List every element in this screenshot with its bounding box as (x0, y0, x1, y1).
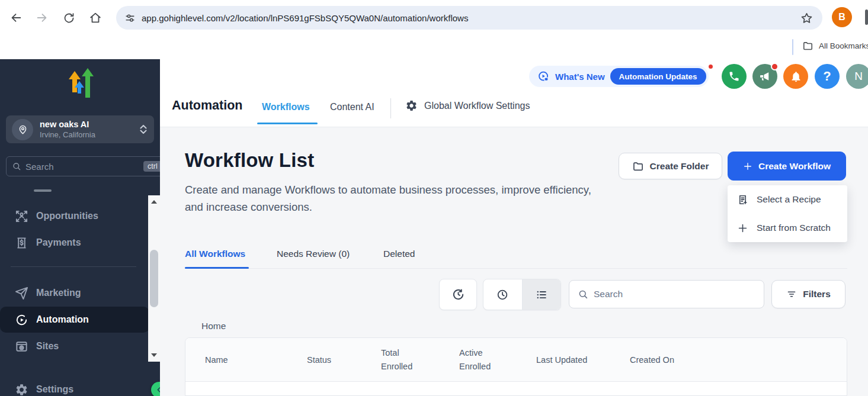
column-header-active-enrolled[interactable]: Active Enrolled (459, 346, 503, 374)
column-header-status[interactable]: Status (307, 353, 331, 367)
automation-icon (15, 313, 28, 327)
column-header-created-on[interactable]: Created On (630, 353, 674, 367)
active-tab-underline (257, 123, 318, 124)
all-bookmarks-label: All Bookmarks (819, 41, 868, 50)
account-name: new oaks AI (40, 119, 140, 130)
browser-forward-icon[interactable] (34, 10, 50, 25)
sidebar-scrollbar[interactable] (148, 195, 160, 362)
sidebar-item-sites[interactable]: Sites (0, 334, 149, 359)
sidebar-item-label: Automation (36, 314, 89, 325)
sidebar-item-opportunities[interactable]: Opportunities (0, 204, 149, 228)
clock-icon (496, 288, 509, 301)
scrollbar-thumb[interactable] (150, 250, 158, 307)
search-shortcut-badge: ctrl K (143, 161, 160, 172)
sidebar-item-label: Settings (36, 384, 73, 395)
workflow-search-field[interactable] (569, 280, 764, 308)
sidebar-item-marketing[interactable]: Marketing (0, 281, 149, 305)
browser-toolbar: app.gohighlevel.com/v2/location/lnPS691g… (0, 0, 868, 36)
automation-updates-badge[interactable]: Automation Updates (610, 68, 706, 85)
create-folder-button[interactable]: Create Folder (619, 153, 722, 179)
tab-needs-review[interactable]: Needs Review (0) (277, 249, 350, 259)
sidebar-item-settings[interactable]: Settings (0, 377, 149, 396)
bookmarks-bar: All Bookmarks (0, 36, 868, 59)
all-bookmarks-button[interactable]: All Bookmarks (802, 40, 868, 51)
user-avatar[interactable]: N (846, 64, 868, 89)
global-workflow-settings-label: Global Workflow Settings (424, 101, 530, 111)
workflow-search-input[interactable] (594, 289, 757, 300)
phone-button[interactable] (722, 64, 747, 89)
url-text: app.gohighlevel.com/v2/location/lnPS691g… (142, 13, 800, 23)
notification-dot (707, 63, 714, 70)
menu-item-label: Start from Scratch (757, 223, 831, 233)
chevron-up-down-icon (140, 125, 147, 134)
browser-back-icon[interactable] (8, 10, 24, 25)
search-icon (12, 162, 21, 171)
filter-lines-icon (786, 289, 797, 300)
column-header-total-enrolled[interactable]: Total Enrolled (381, 346, 425, 374)
sidebar-search-field[interactable]: ctrl K (6, 156, 160, 176)
megaphone-icon (759, 70, 771, 82)
tab-workflows[interactable]: Workflows (262, 102, 310, 112)
sidebar-item-automation[interactable]: Automation (0, 307, 149, 333)
bell-icon (790, 70, 802, 83)
create-workflow-label: Create Workflow (758, 161, 831, 172)
browser-reload-icon[interactable] (61, 10, 76, 25)
sidebar: new oaks AI Irvine, California ctrl K Op… (0, 59, 160, 396)
scrollbar-up-arrow[interactable] (151, 200, 157, 204)
browser-profile-avatar[interactable]: B (832, 7, 852, 27)
create-workflow-button[interactable]: Create Workflow (728, 152, 846, 181)
gohighlevel-logo-icon (62, 67, 96, 105)
location-switcher[interactable]: new oaks AI Irvine, California (6, 115, 154, 143)
plus-icon (737, 223, 748, 234)
menu-item-label: Select a Recipe (757, 194, 821, 205)
question-mark-icon: ? (823, 69, 831, 84)
execution-logs-button[interactable] (439, 279, 477, 310)
filters-button[interactable]: Filters (771, 280, 845, 308)
create-workflow-menu: Select a Recipe Start from Scratch (728, 185, 847, 242)
global-workflow-settings-link[interactable]: Global Workflow Settings (405, 99, 530, 112)
sidebar-search-row: ctrl K (6, 156, 155, 176)
sidebar-item-partial (34, 189, 52, 192)
scrollbar-down-arrow[interactable] (151, 353, 157, 357)
bookmark-star-icon[interactable] (800, 12, 813, 24)
notification-dot (771, 63, 779, 70)
notifications-button[interactable] (783, 64, 808, 89)
browser-menu-icon[interactable] (865, 9, 868, 25)
sidebar-item-label: Opportunities (36, 211, 98, 221)
list-view-button[interactable] (522, 279, 561, 310)
active-tab-underline (185, 267, 249, 269)
browser-home-icon[interactable] (88, 10, 103, 25)
view-toggle (483, 279, 561, 310)
recipe-icon (737, 194, 748, 205)
payments-icon (15, 236, 28, 250)
settings-gear-icon (15, 383, 28, 396)
bookmarks-divider (792, 39, 793, 55)
table-header-row: Name Status Total Enrolled Active Enroll… (185, 338, 847, 382)
breadcrumb[interactable]: Home (201, 321, 226, 331)
chevron-left-icon (155, 385, 160, 394)
sidebar-collapse-button[interactable] (151, 382, 160, 396)
menu-item-start-from-scratch[interactable]: Start from Scratch (728, 214, 847, 242)
sidebar-search-input[interactable] (25, 162, 143, 172)
tab-all-workflows[interactable]: All Workflows (185, 249, 245, 259)
menu-item-select-a-recipe[interactable]: Select a Recipe (728, 185, 847, 214)
site-settings-icon[interactable] (124, 12, 136, 24)
phone-icon (728, 70, 740, 82)
help-button[interactable]: ? (815, 64, 840, 89)
sidebar-item-label: Payments (36, 237, 81, 248)
whats-new-label: What's New (555, 72, 605, 82)
tab-content-ai[interactable]: Content AI (330, 102, 374, 112)
history-view-button[interactable] (483, 279, 522, 310)
workflow-list-title: Workflow List (185, 149, 314, 172)
whats-new-pill[interactable]: What's New Automation Updates (529, 66, 709, 87)
address-bar[interactable]: app.gohighlevel.com/v2/location/lnPS691g… (116, 6, 822, 30)
avatar-initial: N (854, 70, 863, 83)
tab-deleted[interactable]: Deleted (383, 249, 415, 259)
sidebar-item-payments[interactable]: Payments (0, 230, 149, 255)
column-header-name[interactable]: Name (205, 353, 228, 367)
filters-label: Filters (803, 289, 831, 300)
page-header: What's New Automation Updates ? N Automa… (160, 59, 868, 127)
sidebar-item-label: Marketing (36, 288, 81, 298)
opportunities-icon (15, 210, 28, 223)
column-header-last-updated[interactable]: Last Updated (536, 353, 587, 367)
